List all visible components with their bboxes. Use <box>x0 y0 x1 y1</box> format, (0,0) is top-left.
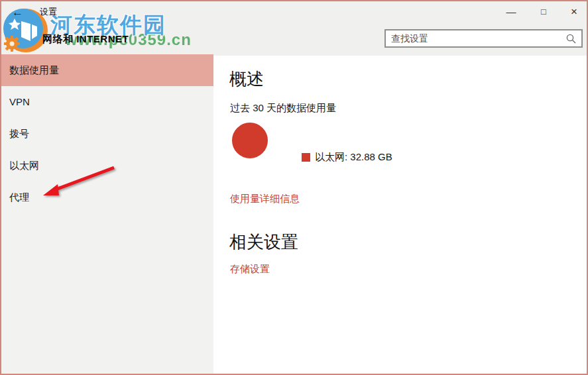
sidebar: 数据使用量 VPN 拨号 以太网 代理 <box>1 54 213 374</box>
related-settings-heading: 相关设置 <box>229 231 298 254</box>
minimize-button[interactable]: — <box>500 4 522 20</box>
maximize-button[interactable]: □ <box>532 4 555 20</box>
annotation-arrow-icon <box>38 160 124 201</box>
data-usage-donut-chart <box>232 123 268 158</box>
search-input[interactable] <box>386 30 581 46</box>
sidebar-item-data-usage[interactable]: 数据使用量 <box>1 54 213 86</box>
search-icon[interactable] <box>566 34 576 46</box>
overview-heading: 概述 <box>229 68 264 91</box>
search-box <box>384 29 583 48</box>
usage-period-label: 过去 30 天的数据使用量 <box>230 102 336 115</box>
close-button[interactable]: × <box>563 4 585 20</box>
page-title: 网络和 INTERNET <box>42 33 129 46</box>
window-title: 设置 <box>40 6 57 18</box>
legend-marker-ethernet <box>302 153 310 162</box>
back-button[interactable]: ← <box>12 6 23 19</box>
sidebar-item-dialup[interactable]: 拨号 <box>1 118 213 150</box>
usage-details-link[interactable]: 使用量详细信息 <box>230 193 300 205</box>
main-content: 概述 过去 30 天的数据使用量 以太网: 32.88 GB 使用量详细信息 相… <box>213 56 587 374</box>
storage-settings-link[interactable]: 存储设置 <box>230 263 270 276</box>
sidebar-item-vpn[interactable]: VPN <box>1 86 213 118</box>
legend-label-ethernet: 以太网: 32.88 GB <box>315 151 392 164</box>
chart-legend: 以太网: 32.88 GB <box>302 151 392 164</box>
settings-window: ← 设置 — □ × 河东软件园 www.pc0359.cn <box>0 0 588 375</box>
